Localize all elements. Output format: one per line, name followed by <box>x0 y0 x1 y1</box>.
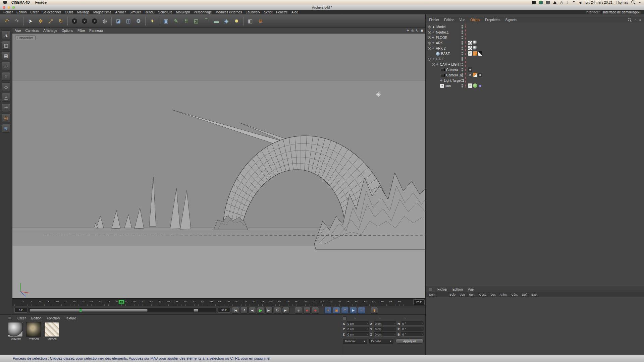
material-swatch[interactable] <box>44 322 59 337</box>
wifi-icon[interactable] <box>572 1 576 4</box>
menu-mograph[interactable]: MoGraph <box>176 10 190 14</box>
marker-icon[interactable] <box>473 73 477 77</box>
object-row-ark-2[interactable]: +✛ARK 2 <box>426 46 644 51</box>
live-selection-button[interactable]: ➤ <box>26 16 35 26</box>
ruler-tick-32[interactable]: 32 <box>148 300 154 303</box>
viewport-menu-vue[interactable]: Vue <box>15 29 21 33</box>
target-icon[interactable]: ◆ <box>478 83 482 88</box>
smoothing-icon[interactable] <box>473 41 477 45</box>
next-frame-button[interactable]: ▶| <box>265 307 273 314</box>
ruler-tick-4[interactable]: 4 <box>29 300 35 303</box>
rotation-field-p[interactable]: 0 °› <box>401 327 424 331</box>
ruler-tick-80[interactable]: 80 <box>354 300 360 303</box>
zoom-window-button[interactable] <box>12 6 15 9</box>
viewport-move-icon[interactable]: ✛ <box>407 29 410 32</box>
phong-icon[interactable]: ✓ <box>468 51 472 56</box>
camera-tag-icon[interactable]: ◉ <box>468 67 472 72</box>
ruler-tick-58[interactable]: 58 <box>260 300 266 303</box>
om-tab-objets[interactable]: Objets <box>470 18 480 22</box>
layer-menu-vue[interactable]: Vue <box>468 288 474 291</box>
play-button[interactable]: ▶ <box>257 307 264 314</box>
material-tab-fonction[interactable]: Fonction <box>47 316 60 320</box>
end-frame-field[interactable]: 90 F <box>218 308 230 313</box>
size-field-y[interactable]: 0 cm› <box>374 327 396 331</box>
viewport-menu-panneau[interactable]: Panneau <box>89 29 103 33</box>
menubar-clock[interactable]: lun. 24 mars 20:21 <box>585 1 612 4</box>
viewport-menu-affichage[interactable]: Affichage <box>43 29 57 33</box>
render-region-button[interactable]: ◫ <box>124 16 133 26</box>
ruler-tick-30[interactable]: 30 <box>140 300 146 303</box>
viewport-camera-label[interactable]: Perspective <box>15 36 36 40</box>
camera-tag-icon[interactable]: ◉ <box>478 73 482 77</box>
magic-wand-button[interactable]: ✦ <box>148 16 157 26</box>
viewport-menu-cam-ras[interactable]: Caméras <box>25 29 39 33</box>
om-tab-vue[interactable]: Vue <box>460 18 465 22</box>
record-parameter-button[interactable]: ▶ <box>350 307 357 314</box>
menu-personnage[interactable]: Personnage <box>194 10 212 14</box>
bend-deformer-button[interactable]: ⌒ <box>202 16 211 26</box>
autokey-button[interactable]: ◆ <box>303 307 311 314</box>
ruler-tick-36[interactable]: 36 <box>165 300 171 303</box>
material-item-vrayash[interactable]: VrayAsh <box>8 322 23 340</box>
viewport-solo-button[interactable]: ◎ <box>2 114 10 122</box>
menubar-app-icon-2[interactable] <box>539 1 543 4</box>
lock-y-button[interactable]: Y <box>80 16 89 26</box>
ruler-tick-48[interactable]: 48 <box>217 300 223 303</box>
position-field-y[interactable]: 0 cm› <box>346 327 369 331</box>
spline-pen-button[interactable]: ✎ <box>171 16 181 26</box>
menu-cr-er[interactable]: Créer <box>31 10 39 14</box>
ruler-tick-66[interactable]: 66 <box>294 300 300 303</box>
visibility-dots[interactable] <box>461 36 463 40</box>
prev-frame-button[interactable]: ◀ <box>249 307 256 314</box>
ruler-tick-20[interactable]: 20 <box>97 300 103 303</box>
menu-s-lectionner[interactable]: Sélectionner <box>43 10 61 14</box>
keyframe-button[interactable]: ◆ <box>312 307 319 314</box>
ruler-tick-2[interactable]: 2 <box>20 300 26 303</box>
enable-axis-button[interactable]: ✛ <box>2 103 10 112</box>
ruler-tick-86[interactable]: 86 <box>379 300 385 303</box>
expander-icon[interactable]: − <box>432 63 435 66</box>
visibility-dots[interactable] <box>461 52 463 56</box>
mograph-cloner-button[interactable]: ⠿ <box>181 16 191 26</box>
expander-icon[interactable]: − <box>428 58 431 61</box>
panel-menu-icon[interactable]: ≡ <box>639 18 641 22</box>
menubar-item-fenetre[interactable]: Fenêtre <box>35 1 47 4</box>
object-row-ark[interactable]: +✛ARK <box>426 40 644 46</box>
texture-mode-button[interactable]: ▦ <box>2 51 10 60</box>
model-mode-button[interactable]: ◰ <box>2 41 10 50</box>
menu-maillage[interactable]: Maillage <box>77 10 90 14</box>
power-slider-range-handle[interactable] <box>194 309 198 312</box>
record-button[interactable]: ◉ <box>295 307 302 314</box>
spotlight-icon[interactable] <box>631 0 635 4</box>
apply-button[interactable]: Appliquer <box>395 339 424 344</box>
ruler-tick-46[interactable]: 46 <box>208 300 214 303</box>
render-view-button[interactable]: ◪ <box>114 16 123 26</box>
object-row-light-target-1[interactable]: ✛Light.Target.1 <box>426 78 644 83</box>
ruler-tick-8[interactable]: 8 <box>46 300 52 303</box>
object-row-camera[interactable]: Camera◉ <box>426 67 644 72</box>
ruler-tick-52[interactable]: 52 <box>234 300 240 303</box>
menu-fichier[interactable]: Fichier <box>3 10 13 14</box>
menu-sculpture[interactable]: Sculpture <box>158 10 172 14</box>
menu-laubwerk[interactable]: Laubwerk <box>246 10 260 14</box>
ruler-tick-44[interactable]: 44 <box>200 300 206 303</box>
record-position-button[interactable]: ✛ <box>324 307 332 314</box>
size-field-z[interactable]: 0 cm› <box>374 332 396 337</box>
floor-object-button[interactable]: ▬ <box>212 16 221 26</box>
visibility-dots[interactable] <box>461 25 463 29</box>
visibility-dots[interactable] <box>461 30 463 34</box>
snap-settings-button[interactable]: ⋓ <box>256 16 265 26</box>
power-slider-frame-marker[interactable] <box>79 309 82 312</box>
position-field-x[interactable]: 0 cm› <box>346 321 369 326</box>
power-slider-handle[interactable] <box>30 309 148 312</box>
menu-rendu[interactable]: Rendu <box>145 10 154 14</box>
object-row-cam-light[interactable]: −✛CAM + LIGHT <box>426 62 644 67</box>
menubar-app-icon-3[interactable] <box>546 1 550 4</box>
subdivision-surface-button[interactable]: ◱ <box>192 16 201 26</box>
ruler-tick-18[interactable]: 18 <box>89 300 95 303</box>
power-slider[interactable] <box>29 308 216 312</box>
visibility-dots[interactable] <box>461 73 463 77</box>
display-mode-button[interactable]: ◧ <box>246 16 255 26</box>
start-frame-field[interactable]: 0 F <box>14 308 27 313</box>
visibility-dots[interactable] <box>461 41 463 45</box>
